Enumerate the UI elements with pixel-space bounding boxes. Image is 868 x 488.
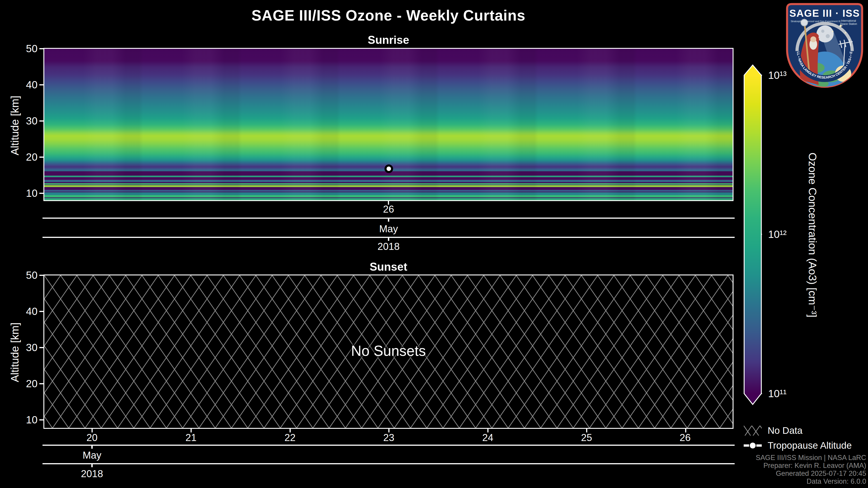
year-separator-line	[42, 463, 735, 464]
figure: SAGE III/ISS Ozone - Weekly Curtains Sun…	[0, 0, 868, 488]
colorbar	[743, 64, 762, 405]
tick-mark	[39, 311, 43, 312]
curtain-time-streaks	[44, 49, 733, 200]
tick-mark	[39, 419, 43, 420]
sunset-xtick-24: 24	[472, 432, 504, 443]
tick-mark	[91, 464, 93, 467]
logo-title: SAGE III · ISS	[789, 8, 860, 19]
sunset-xtick-22: 22	[274, 432, 306, 443]
sunrise-month-label: May	[373, 224, 404, 234]
star-icon: ✦	[831, 30, 834, 33]
no-data-hatch-icon	[744, 426, 762, 435]
tick-mark	[39, 347, 43, 348]
attribution-generated: Generated 2025-07-17 20:45	[663, 469, 866, 477]
tick-mark	[39, 383, 43, 384]
tick-mark	[39, 48, 43, 49]
logo-subtitle-right-1: International	[841, 19, 856, 22]
sunset-xtick-21: 21	[175, 432, 207, 443]
tick-mark	[388, 219, 389, 222]
attribution-block: SAGE III/ISS Mission | NASA LaRC Prepare…	[663, 454, 866, 485]
sunrise-ytick-10: 10	[8, 188, 37, 198]
page-title: SAGE III/ISS Ozone - Weekly Curtains	[43, 7, 734, 24]
tick-mark	[91, 446, 93, 449]
tick-mark	[39, 275, 43, 276]
sunset-year-label: 2018	[76, 468, 108, 479]
sunset-ytick-20: 20	[8, 379, 37, 389]
sunrise-curtain-plot	[43, 48, 734, 201]
attribution-preparer: Preparer: Kevin R. Leavor (AMA)	[663, 462, 866, 469]
logo-subtitle-right-2: Space Station	[840, 22, 857, 26]
sage-iii-iss-mission-logo: ✦ ✦ ✦ SAGE III · ISS Stratospheric Aeros…	[785, 2, 864, 90]
sunrise-xtick-day: 26	[373, 204, 404, 215]
sunrise-ytick-50: 50	[8, 43, 37, 54]
colorbar-gradient-bar	[744, 65, 761, 404]
sunrise-ytick-20: 20	[8, 152, 37, 162]
sunset-ytick-30: 30	[8, 342, 37, 353]
no-sunsets-text: No Sunsets	[43, 343, 734, 359]
star-icon: ✦	[844, 31, 847, 35]
sunrise-year-label: 2018	[373, 241, 404, 252]
sunrise-title: Sunrise	[43, 33, 734, 46]
legend-no-data-label: No Data	[768, 426, 802, 435]
sunset-ytick-40: 40	[8, 306, 37, 317]
logo-subtitle-left: Stratospheric Aerosol and Gas Experiment…	[791, 20, 840, 23]
tick-mark	[39, 84, 43, 86]
tropopause-marker	[384, 164, 393, 173]
attribution-data-version: Data Version: 6.0.0	[663, 477, 866, 485]
sunset-xtick-26: 26	[669, 432, 701, 443]
sunset-ytick-50: 50	[8, 270, 37, 281]
tick-mark	[39, 193, 43, 194]
colorbar-title: Ozone Concentration (Ao3) [cm⁻³]	[806, 77, 819, 393]
attribution-mission: SAGE III/ISS Mission | NASA LaRC	[663, 454, 866, 462]
sunset-month-label: May	[76, 450, 108, 460]
sunrise-ytick-40: 40	[8, 79, 37, 90]
month-separator-line	[42, 445, 735, 446]
sunset-xtick-23: 23	[373, 432, 405, 443]
sunset-xtick-20: 20	[76, 432, 108, 443]
tropopause-line-icon	[744, 441, 762, 450]
sunset-title: Sunset	[43, 260, 734, 273]
sunset-ytick-10: 10	[8, 415, 37, 425]
sunset-xtick-25: 25	[571, 432, 602, 443]
sunrise-ytick-30: 30	[8, 116, 37, 126]
tick-mark	[39, 121, 43, 122]
legend-tropopause-label: Tropopause Altitude	[768, 441, 852, 451]
tick-mark	[39, 157, 43, 158]
tick-mark	[388, 238, 389, 241]
